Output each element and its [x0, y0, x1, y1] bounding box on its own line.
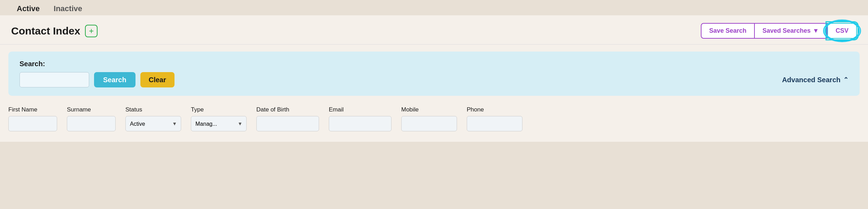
search-input[interactable]	[20, 72, 89, 87]
mobile-label: Mobile	[401, 106, 457, 113]
saved-searches-button[interactable]: Saved Searches ▼	[755, 23, 827, 39]
first-name-label: First Name	[8, 106, 57, 113]
saved-searches-label: Saved Searches	[762, 27, 811, 34]
top-tabs: Active Inactive	[0, 0, 868, 15]
first-name-input[interactable]	[8, 116, 57, 131]
surname-input[interactable]	[67, 116, 116, 131]
search-left: Search Clear	[20, 72, 175, 87]
email-label: Email	[329, 106, 392, 113]
saved-searches-chevron-icon: ▼	[813, 27, 819, 34]
search-button[interactable]: Search	[94, 72, 135, 87]
phone-input[interactable]	[467, 116, 522, 131]
advanced-fields: First Name Surname Status Active Inactiv…	[0, 106, 868, 131]
tab-inactive[interactable]: Inactive	[47, 2, 89, 15]
mobile-input[interactable]	[401, 116, 457, 131]
chevron-up-icon: ⌃	[843, 76, 848, 84]
status-select[interactable]: Active Inactive	[125, 116, 181, 131]
field-group-first-name: First Name	[8, 106, 57, 131]
save-search-button[interactable]: Save Search	[701, 23, 755, 39]
type-select-wrapper: Manag... Staff Admin ▼	[191, 116, 247, 131]
field-group-phone: Phone	[467, 106, 522, 131]
advanced-search-label: Advanced Search	[782, 76, 840, 84]
type-label: Type	[191, 106, 247, 113]
field-group-surname: Surname	[67, 106, 116, 131]
search-label: Search:	[20, 60, 848, 68]
status-label: Status	[125, 106, 181, 113]
add-contact-button[interactable]: +	[85, 25, 98, 37]
dob-label: Date of Birth	[256, 106, 319, 113]
field-group-email: Email	[329, 106, 392, 131]
csv-wrapper: CSV	[827, 23, 857, 39]
field-group-dob: Date of Birth	[256, 106, 319, 131]
field-group-type: Type Manag... Staff Admin ▼	[191, 106, 247, 131]
header-row: Contact Index + Save Search Saved Search…	[0, 15, 868, 45]
dob-input[interactable]	[256, 116, 319, 131]
header-actions: Save Search Saved Searches ▼ CSV	[701, 23, 857, 39]
field-group-status: Status Active Inactive ▼	[125, 106, 181, 131]
fields-row: First Name Surname Status Active Inactiv…	[8, 106, 860, 131]
tab-active[interactable]: Active	[10, 2, 47, 15]
surname-label: Surname	[67, 106, 116, 113]
search-panel: Search: Search Clear Advanced Search ⌃	[8, 52, 860, 96]
email-input[interactable]	[329, 116, 392, 131]
csv-button[interactable]: CSV	[827, 23, 857, 39]
search-row: Search Clear Advanced Search ⌃	[20, 72, 848, 87]
field-group-mobile: Mobile	[401, 106, 457, 131]
page-wrapper: Contact Index + Save Search Saved Search…	[0, 15, 868, 142]
page-title-group: Contact Index +	[11, 25, 98, 37]
clear-button[interactable]: Clear	[140, 72, 175, 87]
type-select[interactable]: Manag... Staff Admin	[191, 116, 247, 131]
phone-label: Phone	[467, 106, 522, 113]
page-title: Contact Index	[11, 25, 80, 37]
status-select-wrapper: Active Inactive ▼	[125, 116, 181, 131]
advanced-search-toggle[interactable]: Advanced Search ⌃	[782, 76, 848, 84]
